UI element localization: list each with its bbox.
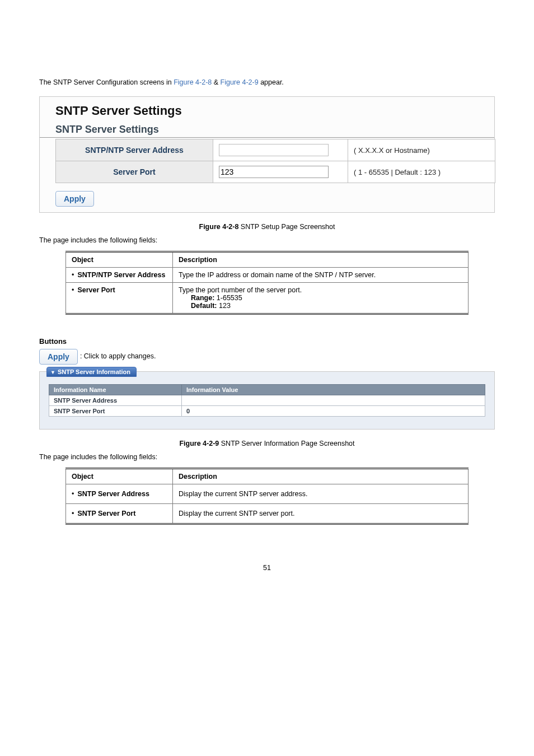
info-value-1: 0 [182, 406, 485, 417]
caption2-text: SNTP Server Information Page Screenshot [221, 440, 355, 447]
page-number: 51 [39, 564, 495, 572]
bullet-icon: • [72, 286, 77, 294]
caption1-prefix: Figure 4-2-8 [199, 223, 241, 231]
hint-server-port: ( 1 - 65535 | Default : 123 ) [348, 161, 495, 183]
info-name-0: SNTP Server Address [49, 395, 182, 406]
desc2-obj-1: SNTP Server Port [77, 510, 135, 517]
settings-table: SNTP/NTP Server Address ( X.X.X.X or Hos… [55, 139, 495, 183]
caption2-prefix: Figure 4-2-9 [179, 440, 221, 447]
sntp-info-panel: ▼SNTP Server Information Information Nam… [39, 371, 495, 430]
intro-text: The SNTP Server Configuration screens in… [39, 78, 495, 86]
intro-amp: & [214, 78, 221, 86]
apply-desc: : Click to apply changes. [80, 352, 156, 360]
label-server-address: SNTP/NTP Server Address [56, 139, 213, 161]
row-server-address: SNTP/NTP Server Address ( X.X.X.X or Hos… [56, 139, 495, 161]
desc1-desc-1: Type the port number of the server port.… [173, 283, 469, 314]
desc1-desc-0: Type the IP address or domain name of th… [173, 268, 469, 283]
bullet-icon: • [72, 271, 77, 279]
default-value: 123 [217, 302, 231, 310]
apply-button-inline[interactable]: Apply [39, 349, 78, 365]
range-label: Range: [191, 294, 214, 302]
row-server-port: Server Port ( 1 - 65535 | Default : 123 … [56, 161, 495, 183]
desc1-desc-1-main: Type the port number of the server port. [179, 286, 462, 294]
info-h-name: Information Name [49, 385, 182, 395]
panel1-subtitle: SNTP Server Settings [40, 124, 494, 138]
caption-1: Figure 4-2-8 SNTP Setup Page Screenshot [39, 223, 495, 231]
info-row-0: SNTP Server Address [49, 395, 485, 406]
range-value: 1-65535 [214, 294, 242, 302]
lead-1: The page includes the following fields: [39, 236, 495, 244]
info-h-value: Information Value [182, 385, 485, 395]
figure-link-429[interactable]: Figure 4-2-9 [221, 78, 259, 86]
info-value-0 [182, 395, 485, 406]
desc2-obj-0: SNTP Server Address [77, 490, 149, 498]
label-server-port: Server Port [56, 161, 213, 183]
intro-pre: The SNTP Server Configuration screens in [39, 78, 174, 86]
hint-server-address: ( X.X.X.X or Hostname) [348, 139, 495, 161]
panel1-title: SNTP Server Settings [55, 104, 479, 118]
caption1-text: SNTP Setup Page Screenshot [241, 223, 335, 231]
info-row-1: SNTP Server Port 0 [49, 406, 485, 417]
buttons-section: Buttons Apply: Click to apply changes. [39, 337, 495, 365]
desc1-obj-1: Server Port [77, 286, 115, 294]
desc2-row-0: •SNTP Server Address Display the current… [66, 484, 469, 504]
figure-link-428[interactable]: Figure 4-2-8 [174, 78, 212, 86]
desc1-h-object: Object [66, 252, 173, 268]
intro-post: appear. [260, 78, 284, 86]
bullet-icon: • [72, 490, 77, 498]
info-table: Information Name Information Value SNTP … [49, 384, 485, 417]
desc2-row-1: •SNTP Server Port Display the current SN… [66, 504, 469, 524]
default-label: Default: [191, 302, 217, 310]
bullet-icon: • [72, 510, 77, 517]
caption-2: Figure 4-2-9 SNTP Server Information Pag… [39, 440, 495, 447]
desc-table-1: Object Description •SNTP/NTP Server Addr… [65, 251, 469, 315]
desc2-h-desc: Description [173, 469, 469, 484]
desc2-desc-0: Display the current SNTP server address. [173, 484, 469, 504]
lead-2: The page includes the following fields: [39, 453, 495, 461]
buttons-heading: Buttons [39, 337, 495, 346]
sntp-settings-panel: SNTP Server Settings SNTP Server Setting… [39, 96, 495, 213]
server-port-input[interactable] [219, 166, 329, 178]
desc1-row-1: •Server Port Type the port number of the… [66, 283, 469, 314]
desc-table-2: Object Description •SNTP Server Address … [65, 468, 469, 525]
info-panel-tab-label: SNTP Server Information [58, 368, 130, 375]
chevron-down-icon: ▼ [50, 370, 58, 375]
info-panel-tab[interactable]: ▼SNTP Server Information [46, 367, 137, 377]
server-address-input[interactable] [219, 144, 329, 156]
desc1-row-0: •SNTP/NTP Server Address Type the IP add… [66, 268, 469, 283]
apply-button[interactable]: Apply [55, 191, 94, 207]
desc2-h-object: Object [66, 469, 173, 484]
desc2-desc-1: Display the current SNTP server port. [173, 504, 469, 524]
desc1-obj-0: SNTP/NTP Server Address [77, 271, 165, 279]
desc1-h-desc: Description [173, 252, 469, 268]
info-name-1: SNTP Server Port [49, 406, 182, 417]
